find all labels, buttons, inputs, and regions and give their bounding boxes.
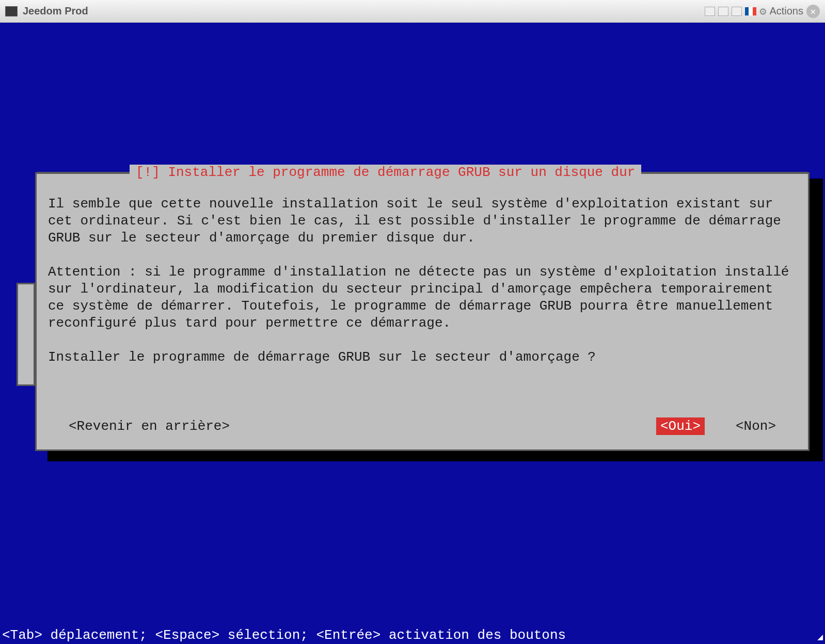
titlebar-controls: ⚙ Actions ✕ xyxy=(705,5,820,18)
dialog-button-row: <Revenir en arrière> <Oui> <Non> xyxy=(48,417,797,435)
window-control-icon[interactable] xyxy=(718,7,728,16)
dialog-title-row: [!] Installer le programme de démarrage … xyxy=(37,165,808,180)
resize-grip-icon[interactable]: ◢ xyxy=(817,631,823,642)
dialog-body: Il semble que cette nouvelle installatio… xyxy=(48,196,797,366)
window-titlebar: Jeedom Prod ⚙ Actions ✕ xyxy=(0,0,825,23)
close-icon[interactable]: ✕ xyxy=(806,5,820,18)
gear-icon[interactable]: ⚙ xyxy=(759,5,766,18)
dialog-paragraph: Attention : si le programme d'installati… xyxy=(48,264,797,332)
grub-install-dialog: [!] Installer le programme de démarrage … xyxy=(35,172,810,451)
window-control-icon[interactable] xyxy=(705,7,715,16)
window-control-icon[interactable] xyxy=(732,7,742,16)
back-button[interactable]: <Revenir en arrière> xyxy=(48,418,250,434)
window-title: Jeedom Prod xyxy=(23,5,88,17)
dialog-paragraph: Il semble que cette nouvelle installatio… xyxy=(48,196,797,247)
actions-menu[interactable]: Actions xyxy=(769,5,803,17)
app-icon xyxy=(5,6,18,17)
terminal-area: [!] Installer le programme de démarrage … xyxy=(0,23,825,644)
keyboard-help-text: <Tab> déplacement; <Espace> sélection; <… xyxy=(2,627,566,643)
dialog-title: [!] Installer le programme de démarrage … xyxy=(130,165,641,180)
yes-button[interactable]: <Oui> xyxy=(656,417,705,435)
no-button[interactable]: <Non> xyxy=(736,417,776,435)
flag-france-icon[interactable] xyxy=(745,7,756,15)
dialog-question: Installer le programme de démarrage GRUB… xyxy=(48,349,797,366)
background-dialog-edge xyxy=(17,283,35,386)
